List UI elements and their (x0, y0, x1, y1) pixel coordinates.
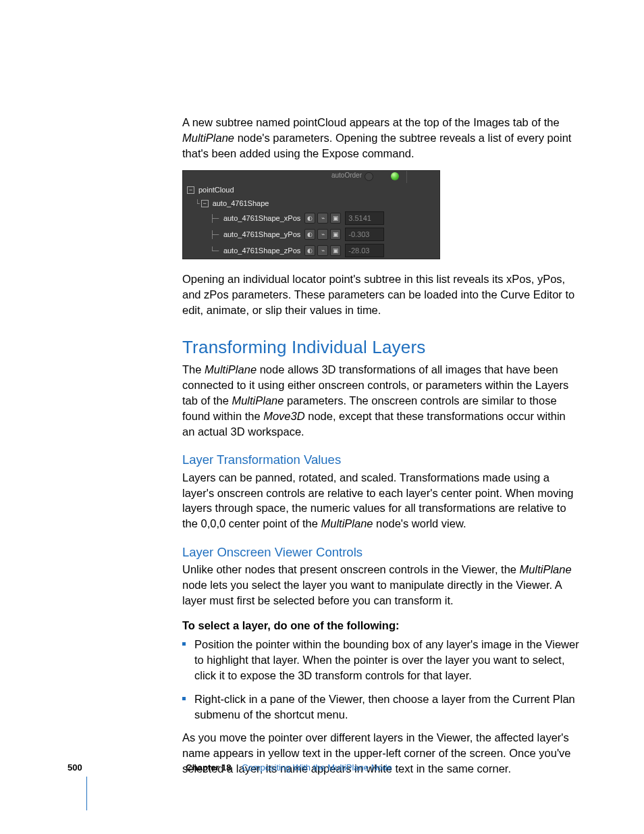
tree-shape-row: └ − auto_4761Shape (183, 197, 439, 210)
text: node lets you select the layer you want … (182, 579, 562, 606)
param-value: -0.303 (345, 228, 384, 241)
tree-root-label: pointCloud (198, 185, 234, 195)
list-item: Right-click in a pane of the Viewer, the… (182, 692, 581, 723)
subsection-paragraph: Layers can be panned, rotated, and scale… (182, 470, 581, 531)
collapse-icon: − (201, 200, 209, 207)
key-icon: ⌁ (317, 229, 328, 240)
param-row: └─ auto_4761Shape_zPos ◐ ⌁ ▣ -28.03 (183, 242, 439, 259)
after-panel-paragraph: Opening an individual locator point's su… (182, 271, 581, 317)
term: MultiPlane (520, 563, 572, 575)
term: MultiPlane (205, 363, 257, 375)
param-label: auto_4761Shape_zPos (223, 246, 300, 256)
param-icons: ◐ ⌁ ▣ (304, 213, 341, 224)
margin-rule (86, 777, 87, 810)
instruction-heading: To select a layer, do one of the followi… (182, 618, 581, 633)
list-item: Position the pointer within the bounding… (182, 637, 581, 683)
param-row: ├─ auto_4761Shape_yPos ◐ ⌁ ▣ -0.303 (183, 226, 439, 242)
param-value: 3.5141 (345, 211, 384, 225)
screenshot-panel: autoOrder − pointCloud └ − auto_4761Shap… (182, 170, 440, 259)
term: MultiPlane (321, 517, 373, 529)
toggle-icon (365, 172, 373, 181)
text: node's parameters. Opening the subtree r… (182, 132, 571, 159)
bullet-list: Position the pointer within the bounding… (182, 637, 581, 722)
param-label: auto_4761Shape_yPos (223, 230, 300, 240)
lock-icon: ▣ (330, 213, 341, 224)
subsection-heading: Layer Onscreen Viewer Controls (182, 544, 581, 561)
param-row: ├─ auto_4761Shape_xPos ◐ ⌁ ▣ 3.5141 (183, 210, 439, 226)
divider (406, 171, 407, 183)
section-intro: The MultiPlane node allows 3D transforma… (182, 362, 581, 439)
section-heading: Transforming Individual Layers (182, 336, 581, 360)
tree-branch-icon: └─ (210, 246, 223, 256)
param-value: -28.03 (345, 244, 384, 257)
text: A new subtree named pointCloud appears a… (182, 116, 560, 128)
text: The (182, 363, 205, 375)
intro-paragraph: A new subtree named pointCloud appears a… (182, 115, 581, 161)
tree-branch-icon: ├─ (210, 230, 223, 240)
subsection-heading: Layer Transformation Values (182, 451, 581, 469)
clock-icon: ◐ (304, 245, 315, 256)
lock-icon: ▣ (330, 229, 341, 240)
tree-branch-icon: └ (195, 199, 200, 209)
text: node's world view. (373, 517, 466, 529)
page-footer: 500 Chapter 18 Compositing With the Mult… (68, 762, 581, 774)
param-icons: ◐ ⌁ ▣ (304, 229, 341, 240)
autoorder-label: autoOrder (331, 171, 362, 180)
term-multipane: MultiPlane (182, 132, 234, 144)
term: Move3D (263, 410, 304, 422)
page-content: A new subtree named pointCloud appears a… (182, 115, 581, 786)
clock-icon: ◐ (304, 213, 315, 224)
param-icons: ◐ ⌁ ▣ (304, 245, 341, 256)
tree-shape-label: auto_4761Shape (213, 199, 269, 209)
clock-icon: ◐ (304, 229, 315, 240)
lock-icon: ▣ (330, 245, 341, 256)
tree-root-row: − pointCloud (183, 183, 439, 197)
key-icon: ⌁ (317, 213, 328, 224)
text: Unlike other nodes that present onscreen… (182, 563, 520, 575)
term: MultiPlane (232, 394, 284, 407)
chapter-label: Chapter 18 (186, 762, 231, 773)
collapse-icon: − (187, 186, 194, 194)
tree-branch-icon: ├─ (210, 213, 223, 224)
chapter-title: Compositing With the MultiPlane Node (242, 762, 392, 773)
param-label: auto_4761Shape_xPos (223, 213, 300, 224)
panel-top-bar: autoOrder (183, 171, 439, 183)
subsection-paragraph: Unlike other nodes that present onscreen… (182, 562, 581, 608)
page-number: 500 (68, 762, 82, 773)
key-icon: ⌁ (317, 245, 328, 256)
status-indicator-icon (391, 172, 399, 180)
